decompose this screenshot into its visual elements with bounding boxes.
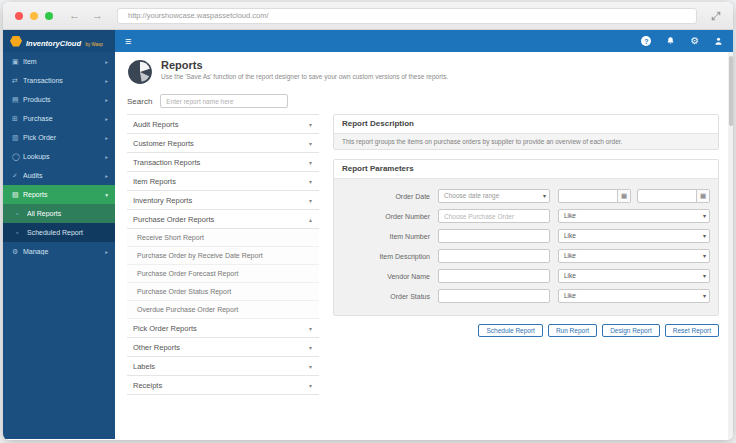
notifications-bell-icon[interactable] [666,32,675,50]
sidebar-item-all-reports[interactable]: ▫ All Reports [3,204,115,223]
sidebar-item-audits[interactable]: ✓ Audits ▸ [3,166,115,185]
lookups-icon: ◯ [12,153,23,161]
sidebar-item-label: Purchase [23,115,105,122]
sidebar-item-label: Reports [23,191,105,198]
back-icon[interactable]: ← [69,10,80,21]
search-input[interactable] [160,94,288,108]
group-label: Other Reports [133,343,309,352]
report-actions: Schedule Report Run Report Design Report… [333,324,719,337]
item-description-label: Item Description [334,253,430,260]
minimize-window-button[interactable] [30,12,38,20]
reports-icon: ▧ [12,191,23,199]
sidebar-item-manage[interactable]: ⚙ Manage ▸ [3,242,115,261]
design-report-button[interactable]: Design Report [602,324,660,337]
report-receive-short[interactable]: Receive Short Report [127,229,319,247]
order-status-operator-select[interactable]: Like ▾ [558,289,710,303]
chevron-down-icon: ▾ [309,363,312,370]
purchase-icon: ⊞ [12,115,23,123]
group-transaction-reports[interactable]: Transaction Reports ▾ [127,153,319,172]
logo-title: InventoryCloud [26,39,81,48]
start-date-input[interactable]: ▦ [558,189,631,203]
group-inventory-reports[interactable]: Inventory Reports ▾ [127,191,319,210]
operator-value: Like [559,210,709,222]
wasp-logo-icon [10,36,22,47]
item-description-operator-select[interactable]: Like ▾ [558,249,710,263]
vendor-name-label: Vendor Name [334,273,430,280]
scrollbar-thumb[interactable] [729,56,733,126]
expand-icon[interactable] [711,11,721,21]
order-number-operator-select[interactable]: Like ▾ [558,209,710,223]
group-label: Customer Reports [133,139,309,148]
sidebar-item-pick-order[interactable]: ▥ Pick Order ▸ [3,128,115,147]
report-parameters-card: Report Parameters Order Date Choose date… [333,159,719,316]
sidebar-item-products[interactable]: ▤ Products ▸ [3,90,115,109]
maximize-window-button[interactable] [45,12,53,20]
sidebar-item-label: Item [23,58,105,65]
report-overdue-po[interactable]: Overdue Purchase Order Report [127,301,319,319]
page-title: Reports [161,59,448,71]
param-row-item-description: Item Description Like ▾ [334,246,710,266]
group-receipts[interactable]: Receipts ▾ [127,376,319,395]
item-description-input[interactable] [438,249,550,263]
forward-icon[interactable]: → [92,10,103,21]
report-po-status[interactable]: Purchase Order Status Report [127,283,319,301]
date-range-select[interactable]: Choose date range ▾ [438,189,550,203]
chevron-down-icon: ▾ [105,192,108,198]
param-row-vendor-name: Vendor Name Like ▾ [334,266,710,286]
settings-gear-icon[interactable]: ⚙ [690,36,699,46]
order-status-input[interactable] [438,289,550,303]
group-other-reports[interactable]: Other Reports ▾ [127,338,319,357]
group-item-reports[interactable]: Item Reports ▾ [127,172,319,191]
sidebar-menu: ▣ Item ▸ ⇄ Transactions ▸ ▤ Products ▸ ⊞… [3,52,115,439]
sidebar-item-label: Audits [23,172,105,179]
sidebar-item-scheduled-report[interactable]: ▫ Scheduled Report [3,223,115,242]
help-icon[interactable]: ? [641,36,651,46]
sidebar-item-label: Products [23,96,105,103]
end-date-input[interactable]: ▦ [637,189,710,203]
vendor-name-operator-select[interactable]: Like ▾ [558,269,710,283]
reports-page-icon [127,59,153,89]
app-logo[interactable]: InventoryCloud by Wasp [3,30,115,52]
chevron-right-icon: ▸ [105,78,108,84]
reset-report-button[interactable]: Reset Report [665,324,719,337]
group-purchase-order-reports[interactable]: Purchase Order Reports ▴ [127,210,319,229]
group-customer-reports[interactable]: Customer Reports ▾ [127,134,319,153]
sidebar-item-label: Scheduled Report [27,229,108,236]
calendar-icon[interactable]: ▦ [696,190,709,202]
chevron-right-icon: ▸ [105,116,108,122]
chevron-right-icon: ▸ [105,97,108,103]
group-audit-reports[interactable]: Audit Reports ▾ [127,115,319,134]
report-parameters-title: Report Parameters [334,160,718,178]
report-description-text: This report groups the items on purchase… [334,133,718,149]
sidebar-item-lookups[interactable]: ◯ Lookups ▸ [3,147,115,166]
search-label: Search [127,97,152,106]
group-pick-order-reports[interactable]: Pick Order Reports ▾ [127,319,319,338]
item-number-input[interactable] [438,229,550,243]
item-number-operator-select[interactable]: Like ▾ [558,229,710,243]
sidebar-item-purchase[interactable]: ⊞ Purchase ▸ [3,109,115,128]
page-subtitle: Use the 'Save As' function of the report… [161,73,448,80]
param-row-order-number: Order Number Like ▾ [334,206,710,226]
sidebar-item-reports[interactable]: ▧ Reports ▾ [3,185,115,204]
chevron-down-icon: ▾ [309,159,312,166]
run-report-button[interactable]: Run Report [548,324,597,337]
schedule-report-button[interactable]: Schedule Report [478,324,542,337]
report-po-by-receive-date[interactable]: Purchase Order by Receive Date Report [127,247,319,265]
report-po-forecast[interactable]: Purchase Order Forecast Report [127,265,319,283]
user-account-icon[interactable] [714,32,723,50]
menu-icon[interactable]: ≡ [125,36,131,47]
transactions-icon: ⇄ [12,77,23,85]
order-number-input[interactable] [438,209,550,223]
report-link-label: Receive Short Report [137,234,204,241]
sidebar-item-item[interactable]: ▣ Item ▸ [3,52,115,71]
report-link-label: Purchase Order Status Report [137,288,231,295]
vertical-scrollbar[interactable] [728,52,733,439]
vendor-name-input[interactable] [438,269,550,283]
address-bar[interactable]: http://yourshowcase.waspassetcloud.com/ [117,8,697,24]
calendar-icon[interactable]: ▦ [617,190,630,202]
order-date-label: Order Date [334,193,430,200]
chevron-right-icon: ▸ [105,173,108,179]
close-window-button[interactable] [15,12,23,20]
sidebar-item-transactions[interactable]: ⇄ Transactions ▸ [3,71,115,90]
group-labels[interactable]: Labels ▾ [127,357,319,376]
